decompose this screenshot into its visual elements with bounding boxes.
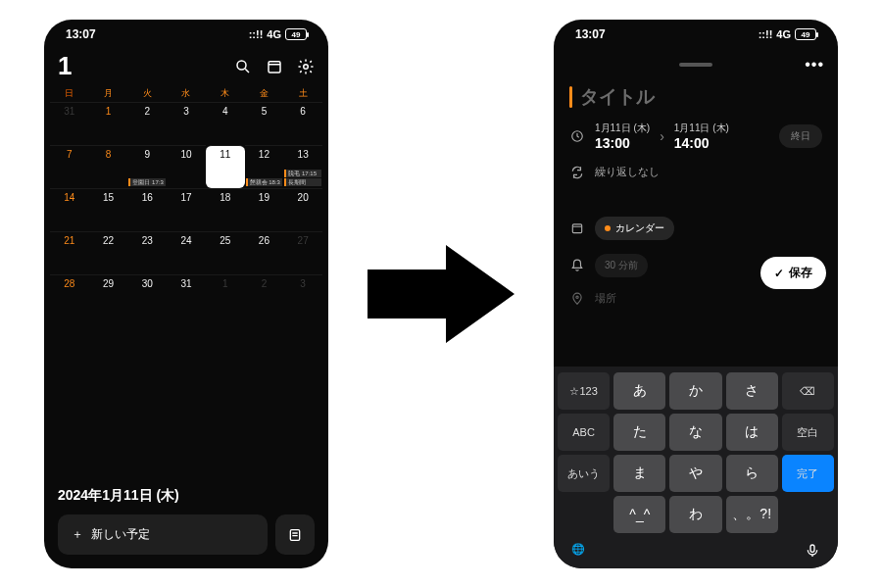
day-cell[interactable]: 2	[245, 274, 284, 318]
event-pill[interactable]: 登園日 17:3	[128, 178, 166, 186]
keyboard-key[interactable]: あ	[613, 372, 665, 410]
keyboard-key[interactable]: さ	[726, 372, 778, 410]
keyboard-key[interactable]: は	[726, 414, 778, 451]
more-icon[interactable]: •••	[805, 56, 824, 74]
start-datetime[interactable]: 1月11日 (木) 13:00	[595, 122, 650, 151]
battery-icon: 49	[795, 28, 816, 40]
day-cell[interactable]: 6	[283, 102, 322, 145]
day-cell[interactable]: 9登園日 17:3	[127, 145, 167, 188]
svg-point-4	[304, 64, 309, 69]
calendar-chip[interactable]: カレンダー	[595, 217, 674, 240]
keyboard[interactable]: ☆123あかさ⌫ABCたなは空白あいうまやら完了^_^わ、。?!🌐	[554, 367, 838, 568]
repeat-row[interactable]: 繰り返しなし	[569, 165, 822, 179]
today-icon[interactable]	[266, 58, 283, 75]
keyboard-key[interactable]: か	[669, 372, 721, 410]
keyboard-key[interactable]: や	[669, 455, 721, 492]
dow-label: 土	[283, 87, 322, 100]
day-cell[interactable]: 3	[283, 274, 322, 318]
month-label[interactable]: 1	[58, 51, 72, 81]
event-form: 1月11日 (木) 13:00 › 1月11日 (木) 14:00 終日 繰り返…	[554, 122, 838, 367]
keyboard-key[interactable]: 、。?!	[726, 496, 778, 533]
datetime-row[interactable]: 1月11日 (木) 13:00 › 1月11日 (木) 14:00 終日	[569, 122, 822, 151]
day-cell[interactable]: 4	[206, 102, 245, 145]
signal-icon: ::!!	[759, 28, 773, 40]
search-icon[interactable]	[234, 58, 252, 75]
keyboard-fn-key[interactable]: 空白	[782, 414, 834, 451]
keyboard-fn-key[interactable]: あいう	[558, 455, 610, 492]
location-row[interactable]: 場所	[569, 291, 822, 306]
keyboard-key[interactable]: な	[669, 414, 721, 451]
mic-icon[interactable]	[805, 543, 820, 561]
calendar-header: 1	[44, 49, 328, 87]
check-icon: ✓	[774, 267, 784, 280]
event-create-screen: 13:07 ::!! 4G 49 ••• タイトル 1月11日 (木) 13:0…	[554, 20, 838, 568]
day-cell[interactable]: 21	[50, 231, 89, 274]
dow-label: 火	[127, 87, 167, 100]
title-input-row[interactable]: タイトル	[554, 80, 838, 122]
day-cell[interactable]: 27	[283, 231, 322, 274]
keyboard-fn-key[interactable]: ABC	[558, 414, 610, 451]
settings-icon[interactable]	[297, 58, 315, 75]
day-cell[interactable]: 1	[206, 274, 245, 318]
calendar-row[interactable]: カレンダー	[569, 217, 822, 240]
battery-icon: 49	[285, 28, 307, 40]
keyboard-fn-key[interactable]: ⌫	[782, 372, 834, 410]
day-cell[interactable]: 31	[50, 102, 89, 145]
day-cell[interactable]: 29	[89, 274, 128, 318]
network-label: 4G	[776, 28, 791, 40]
day-cell[interactable]: 2	[127, 102, 167, 145]
keyboard-key[interactable]: わ	[669, 496, 721, 533]
event-pill[interactable]: 長期間 11:34	[284, 178, 321, 186]
day-cell[interactable]: 23	[127, 231, 167, 274]
globe-icon[interactable]: 🌐	[571, 543, 585, 561]
svg-rect-10	[572, 224, 581, 233]
save-button[interactable]: ✓ 保存	[760, 257, 826, 289]
day-cell[interactable]: 7	[50, 145, 89, 188]
day-cell[interactable]: 10	[167, 145, 206, 188]
dow-label: 木	[206, 87, 245, 100]
selected-date-label: 2024年1月11日 (木)	[58, 487, 315, 505]
reminder-chip[interactable]: 30 分前	[595, 254, 648, 277]
day-cell[interactable]: 17	[167, 188, 206, 231]
day-cell[interactable]: 30	[127, 274, 167, 318]
keyboard-key[interactable]: ^_^	[613, 496, 665, 533]
keyboard-key[interactable]: ま	[613, 455, 665, 492]
day-cell[interactable]: 13長期間 11:34脱毛 17:15	[283, 145, 322, 188]
arrow-icon	[368, 240, 514, 348]
day-cell[interactable]: 12懇親会 18:3	[245, 145, 284, 188]
keyboard-fn-key[interactable]: 完了	[782, 455, 834, 492]
day-cell[interactable]: 24	[167, 231, 206, 274]
keyboard-fn-key[interactable]: ☆123	[558, 372, 610, 410]
day-cell[interactable]: 28	[50, 274, 89, 318]
day-cell[interactable]: 25	[206, 231, 245, 274]
list-view-button[interactable]	[275, 514, 315, 555]
keyboard-key[interactable]: た	[613, 414, 665, 451]
day-cell[interactable]: 1	[89, 102, 128, 145]
day-cell[interactable]: 20	[283, 188, 322, 231]
calendar-color-dot	[605, 225, 611, 231]
end-datetime[interactable]: 1月11日 (木) 14:00	[674, 122, 729, 151]
allday-button[interactable]: 終日	[779, 124, 822, 148]
event-pill[interactable]: 懇親会 18:3	[246, 178, 283, 186]
month-grid[interactable]: 31123456789登園日 17:3101112懇親会 18:313長期間 1…	[44, 100, 328, 319]
day-cell[interactable]: 14	[50, 188, 89, 231]
new-event-button[interactable]: ＋ 新しい予定	[58, 514, 268, 555]
status-time: 13:07	[575, 27, 606, 41]
day-cell[interactable]: 11	[206, 145, 245, 188]
day-cell[interactable]: 5	[245, 102, 284, 145]
svg-marker-8	[368, 245, 514, 343]
day-cell[interactable]: 19	[245, 188, 284, 231]
day-cell[interactable]: 18	[206, 188, 245, 231]
keyboard-key[interactable]: ら	[726, 455, 778, 492]
day-cell[interactable]: 26	[245, 231, 284, 274]
day-cell[interactable]: 22	[89, 231, 128, 274]
dow-label: 水	[167, 87, 206, 100]
day-cell[interactable]: 8	[89, 145, 128, 188]
day-cell[interactable]: 31	[167, 274, 206, 318]
day-cell[interactable]: 15	[89, 188, 128, 231]
day-cell[interactable]: 16	[127, 188, 167, 231]
chevron-right-icon: ›	[660, 128, 664, 144]
day-cell[interactable]: 3	[167, 102, 206, 145]
event-pill[interactable]: 脱毛 17:15	[284, 170, 321, 177]
drag-handle[interactable]	[679, 63, 712, 67]
